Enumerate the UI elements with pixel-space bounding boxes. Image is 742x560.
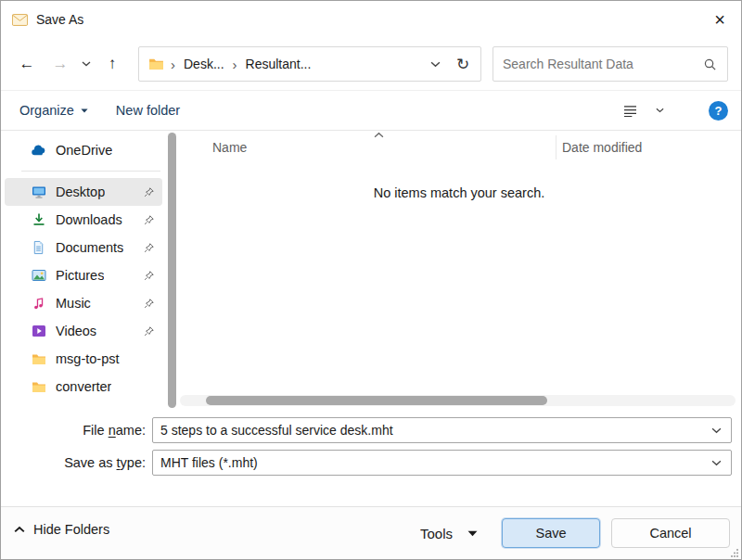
file-name-input[interactable] <box>160 423 708 438</box>
hide-folders-button[interactable]: Hide Folders <box>14 522 109 537</box>
sidebar-scrollbar-thumb[interactable] <box>168 133 176 408</box>
footer: Hide Folders Tools Save Cancel <box>1 506 741 559</box>
sidebar-item-desktop[interactable]: Desktop <box>5 178 162 206</box>
chevron-down-icon <box>81 108 88 113</box>
search-input[interactable] <box>503 57 702 71</box>
tools-button[interactable]: Tools <box>420 518 478 548</box>
pictures-icon <box>31 268 46 283</box>
save-as-type-dropdown-chevron-icon[interactable] <box>708 456 725 470</box>
empty-results-message: No items match your search. <box>177 185 741 200</box>
music-icon <box>31 297 46 311</box>
tools-label: Tools <box>420 526 453 541</box>
organize-button[interactable]: Organize <box>19 103 88 118</box>
pin-icon <box>143 270 155 282</box>
sidebar-item-videos[interactable]: Videos <box>5 317 162 345</box>
sidebar-item-converter[interactable]: converter <box>5 373 162 401</box>
pin-icon <box>143 214 155 226</box>
sidebar-item-documents[interactable]: Documents <box>5 234 162 261</box>
sidebar-item-label: Desktop <box>56 185 105 199</box>
sidebar-item-label: converter <box>56 379 111 394</box>
save-as-type-value: MHT files (*.mht) <box>160 455 708 470</box>
navigation-pane: OneDrive Desktop Downloads <box>1 132 166 409</box>
search-box <box>493 46 728 82</box>
content-area: OneDrive Desktop Downloads <box>1 132 741 409</box>
up-icon[interactable]: ↑ <box>96 47 129 81</box>
documents-icon <box>31 240 46 255</box>
save-as-type-label: Save as type: <box>1 449 146 477</box>
folder-icon <box>31 353 46 365</box>
hide-folders-label: Hide Folders <box>33 522 109 537</box>
sort-ascending-icon[interactable] <box>374 132 384 138</box>
breadcrumb-item-desktop[interactable]: Desk... <box>182 53 226 75</box>
pin-icon <box>143 242 155 254</box>
titlebar: Save As × <box>1 1 741 38</box>
sidebar-item-onedrive[interactable]: OneDrive <box>5 136 162 164</box>
mht-envelope-icon <box>12 13 28 27</box>
downloads-icon <box>31 212 46 227</box>
sidebar-item-label: Videos <box>56 324 96 338</box>
recent-locations-chevron-icon[interactable] <box>77 47 96 81</box>
resize-grip[interactable] <box>728 546 739 557</box>
videos-icon <box>31 325 46 337</box>
refresh-icon[interactable]: ↻ <box>449 49 477 79</box>
new-folder-button[interactable]: New folder <box>116 103 180 118</box>
views-icon[interactable] <box>616 95 644 125</box>
save-button[interactable]: Save <box>502 518 600 548</box>
sidebar-item-label: OneDrive <box>56 143 112 158</box>
file-name-dropdown-chevron-icon[interactable] <box>708 424 725 438</box>
column-divider[interactable] <box>556 135 556 159</box>
horizontal-scrollbar[interactable] <box>180 395 736 406</box>
command-bar: Organize New folder ? <box>1 90 741 131</box>
column-headers: Name Date modified <box>177 132 741 163</box>
sidebar-item-pictures[interactable]: Pictures <box>5 261 162 289</box>
breadcrumb-item-resultant[interactable]: Resultant... <box>244 53 313 75</box>
desktop-icon <box>31 185 46 199</box>
views-dropdown-chevron-icon[interactable] <box>651 95 668 125</box>
navigation-bar: ← → ↑ › Desk... › Resultant... ↻ <box>1 38 741 90</box>
new-folder-label: New folder <box>116 103 180 118</box>
sidebar-item-label: Pictures <box>56 268 104 283</box>
horizontal-scrollbar-thumb[interactable] <box>206 396 547 405</box>
column-header-name[interactable]: Name <box>212 132 247 163</box>
back-icon[interactable]: ← <box>10 47 44 81</box>
file-name-combobox <box>152 417 732 443</box>
pin-icon <box>143 186 155 198</box>
sidebar-item-music[interactable]: Music <box>5 289 162 317</box>
file-name-row: File name: <box>1 416 741 444</box>
sidebar-scrollbar[interactable] <box>167 132 177 409</box>
breadcrumb-separator: › <box>164 57 182 72</box>
onedrive-icon <box>31 145 46 156</box>
save-as-type-select[interactable]: MHT files (*.mht) <box>152 450 732 476</box>
column-header-date-modified[interactable]: Date modified <box>562 132 642 163</box>
window-title: Save As <box>36 12 83 27</box>
folder-icon <box>31 381 46 393</box>
chevron-up-icon <box>14 526 25 533</box>
chevron-down-icon <box>467 530 478 537</box>
sidebar-separator <box>21 171 160 172</box>
search-icon <box>702 57 718 71</box>
address-dropdown-chevron-icon[interactable] <box>421 49 449 79</box>
save-as-dialog: Save As × ← → ↑ › Desk... › Resultant...… <box>0 0 742 560</box>
close-icon[interactable]: × <box>698 1 741 38</box>
breadcrumb-separator: › <box>226 57 244 72</box>
sidebar-item-label: Documents <box>56 240 123 255</box>
forward-icon[interactable]: → <box>44 47 77 81</box>
organize-label: Organize <box>19 103 74 118</box>
save-as-type-row: Save as type: MHT files (*.mht) <box>1 449 741 477</box>
sidebar-item-msg-to-pst[interactable]: msg-to-pst <box>5 345 162 373</box>
folder-icon <box>148 57 164 70</box>
file-name-label: File name: <box>1 416 146 444</box>
file-list: Name Date modified No items match your s… <box>177 132 741 409</box>
pin-icon <box>143 325 155 337</box>
help-icon[interactable]: ? <box>709 101 728 121</box>
sidebar-item-label: Downloads <box>56 212 122 227</box>
cancel-button[interactable]: Cancel <box>611 518 730 548</box>
sidebar-item-label: Music <box>56 296 91 311</box>
breadcrumb: › Desk... › Resultant... ↻ <box>138 46 481 82</box>
sidebar-item-label: msg-to-pst <box>56 351 120 366</box>
pin-icon <box>143 298 155 310</box>
sidebar-item-downloads[interactable]: Downloads <box>5 206 162 234</box>
